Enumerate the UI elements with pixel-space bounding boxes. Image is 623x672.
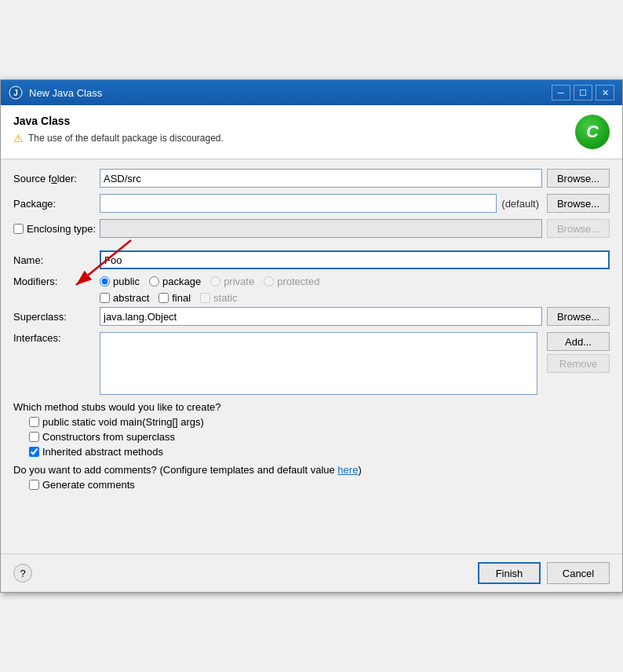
- abstract-checkbox[interactable]: [100, 293, 110, 303]
- cancel-button[interactable]: Cancel: [547, 562, 610, 584]
- svg-text:J: J: [13, 89, 18, 97]
- dialog-header-left: Java Class ⚠ The use of the default pack…: [13, 115, 224, 144]
- constructors-checkbox-label[interactable]: Constructors from superclass: [29, 431, 610, 443]
- source-folder-label: Source folder:: [13, 173, 100, 184]
- eclipse-logo: C: [575, 115, 610, 149]
- add-interface-button[interactable]: Add...: [547, 332, 610, 351]
- comments-section: Do you want to add comments? (Configure …: [13, 464, 610, 491]
- inherited-methods-checkbox[interactable]: [29, 447, 39, 457]
- close-button[interactable]: ✕: [596, 85, 614, 100]
- warning-message: ⚠ The use of the default package is disc…: [13, 132, 224, 144]
- final-checkbox[interactable]: [158, 293, 169, 303]
- source-folder-row: Source folder: Browse...: [13, 169, 610, 188]
- protected-radio[interactable]: [264, 276, 274, 287]
- superclass-input-area: Browse...: [100, 307, 610, 326]
- inherited-methods-checkbox-label[interactable]: Inherited abstract methods: [29, 446, 610, 458]
- warning-icon: ⚠: [13, 132, 24, 144]
- new-java-class-dialog: J New Java Class ─ ☐ ✕ Java Class ⚠ The …: [0, 79, 623, 593]
- enclosing-type-label: Enclosing type:: [27, 223, 96, 235]
- protected-radio-label[interactable]: protected: [264, 276, 319, 287]
- java-dialog-icon: J: [9, 86, 23, 100]
- modifiers-container: Modifiers: public package pr: [13, 276, 610, 304]
- dialog-title: Java Class: [13, 115, 224, 127]
- static-checkbox[interactable]: [200, 293, 210, 303]
- name-row: Name:: [13, 250, 610, 269]
- modifiers-row: Modifiers: public package pr: [13, 276, 610, 304]
- footer-right: Finish Cancel: [478, 562, 610, 584]
- footer-left: ?: [13, 564, 32, 583]
- enclosing-checkbox-container: Enclosing type:: [13, 223, 100, 235]
- package-radio[interactable]: [149, 276, 159, 287]
- modifiers-options: public package private protected: [100, 276, 319, 304]
- help-button[interactable]: ?: [13, 564, 32, 583]
- abstract-checkbox-label[interactable]: abstract: [100, 292, 149, 304]
- stubs-section: Which method stubs would you like to cre…: [13, 401, 610, 458]
- package-input[interactable]: [100, 194, 497, 213]
- public-radio[interactable]: [100, 276, 110, 287]
- constructors-checkbox[interactable]: [29, 432, 39, 442]
- comments-options: Generate comments: [13, 479, 610, 491]
- source-folder-input-area: Browse...: [100, 169, 610, 188]
- package-browse-button[interactable]: Browse...: [547, 194, 610, 213]
- source-folder-input[interactable]: [100, 169, 542, 188]
- interfaces-buttons: Add... Remove: [547, 332, 610, 373]
- superclass-input[interactable]: [100, 307, 542, 326]
- name-input[interactable]: [100, 250, 610, 269]
- superclass-label: Superclass:: [13, 311, 100, 323]
- package-default-text: (default): [501, 198, 539, 210]
- enclosing-input-area: Browse...: [100, 219, 610, 238]
- generate-comments-checkbox[interactable]: [29, 480, 39, 490]
- dialog-header: Java Class ⚠ The use of the default pack…: [1, 105, 622, 159]
- maximize-button[interactable]: ☐: [574, 85, 592, 100]
- public-radio-label[interactable]: public: [100, 276, 140, 287]
- minimize-button[interactable]: ─: [552, 85, 570, 100]
- name-label: Name:: [13, 254, 100, 266]
- superclass-browse-button[interactable]: Browse...: [547, 307, 610, 326]
- interfaces-area: Add... Remove: [100, 332, 610, 395]
- stubs-title: Which method stubs would you like to cre…: [13, 401, 610, 413]
- package-input-area: (default) Browse...: [100, 194, 610, 213]
- here-link[interactable]: here: [337, 464, 358, 476]
- remove-interface-button: Remove: [547, 354, 610, 373]
- static-checkbox-label[interactable]: static: [200, 292, 237, 304]
- package-radio-label[interactable]: package: [149, 276, 201, 287]
- main-method-checkbox-label[interactable]: public static void main(String[] args): [29, 416, 610, 428]
- title-bar-buttons: ─ ☐ ✕: [552, 85, 614, 100]
- interfaces-label: Interfaces:: [13, 332, 100, 344]
- dialog-footer: ? Finish Cancel: [1, 553, 622, 592]
- enclosing-type-checkbox[interactable]: [13, 224, 24, 234]
- title-text: New Java Class: [29, 87, 102, 99]
- main-method-checkbox[interactable]: [29, 417, 39, 427]
- superclass-row: Superclass: Browse...: [13, 307, 610, 326]
- source-folder-browse-button[interactable]: Browse...: [547, 169, 610, 188]
- interfaces-row: Interfaces: Add... Remove: [13, 332, 610, 395]
- generate-comments-checkbox-label[interactable]: Generate comments: [29, 479, 610, 491]
- stubs-options: public static void main(String[] args) C…: [13, 416, 610, 458]
- comments-title: Do you want to add comments? (Configure …: [13, 464, 610, 476]
- finish-button[interactable]: Finish: [478, 562, 541, 584]
- form-area: Source folder: Browse... Package: (defau…: [1, 159, 622, 553]
- other-modifiers-group: abstract final static: [100, 292, 319, 304]
- modifiers-label: Modifiers:: [13, 276, 100, 287]
- package-label: Package:: [13, 198, 100, 210]
- title-bar: J New Java Class ─ ☐ ✕: [1, 80, 622, 105]
- name-input-area: [100, 250, 610, 269]
- access-modifiers-group: public package private protected: [100, 276, 319, 287]
- title-bar-left: J New Java Class: [9, 86, 102, 100]
- package-row: Package: (default) Browse...: [13, 194, 610, 213]
- private-radio-label[interactable]: private: [210, 276, 254, 287]
- interfaces-textarea[interactable]: [100, 332, 537, 395]
- enclosing-type-row: Enclosing type: Browse...: [13, 219, 610, 238]
- enclosing-type-input[interactable]: [100, 219, 542, 238]
- private-radio[interactable]: [210, 276, 220, 287]
- enclosing-browse-button: Browse...: [547, 219, 610, 238]
- final-checkbox-label[interactable]: final: [158, 292, 191, 304]
